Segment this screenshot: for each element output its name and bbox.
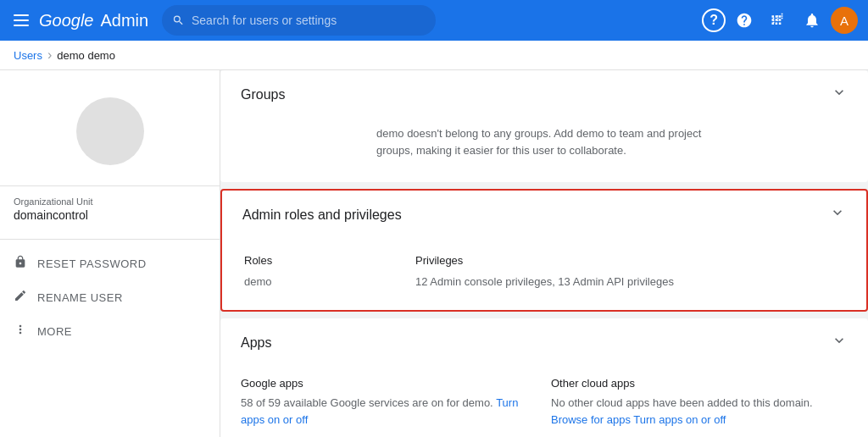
- google-apps-section: Google apps 58 of 59 available Google se…: [241, 377, 537, 428]
- groups-card-body: demo doesn't belong to any groups. Add d…: [220, 119, 868, 182]
- admin-roles-card-header[interactable]: Admin roles and privileges: [222, 191, 866, 239]
- apps-card-header[interactable]: Apps: [220, 318, 868, 367]
- admin-roles-chevron-icon: [829, 204, 846, 225]
- apps-card-title: Apps: [241, 335, 271, 351]
- groups-card-header[interactable]: Groups: [220, 70, 868, 119]
- header-icons: ? A: [702, 5, 858, 36]
- groups-body-text: demo doesn't belong to any groups. Add d…: [376, 125, 715, 165]
- content-area: Groups demo doesn't belong to any groups…: [220, 70, 868, 437]
- other-cloud-title: Other cloud apps: [551, 377, 848, 390]
- admin-roles-card-body: Roles Privileges demo 12 Admin console p…: [222, 239, 866, 310]
- help-icon[interactable]: [729, 5, 760, 36]
- roles-table: Roles Privileges demo 12 Admin console p…: [242, 246, 846, 293]
- groups-chevron-icon: [831, 84, 848, 105]
- google-apps-text: 58 of 59 available Google services are o…: [241, 395, 537, 428]
- more-icon: [14, 323, 27, 340]
- browse-apps-link[interactable]: Browse for apps: [551, 413, 631, 426]
- search-icon: [172, 14, 185, 27]
- other-cloud-apps-link[interactable]: Turn apps on or off: [633, 413, 726, 426]
- org-unit-label: Organizational Unit: [14, 196, 206, 207]
- groups-card: Groups demo doesn't belong to any groups…: [220, 70, 868, 182]
- apps-card-body: Google apps 58 of 59 available Google se…: [220, 367, 868, 437]
- org-unit-value: domaincontrol: [14, 208, 206, 222]
- breadcrumb-current: demo demo: [57, 49, 115, 62]
- reset-password-label: RESET PASSWORD: [37, 257, 147, 270]
- circle-question-icon[interactable]: ?: [702, 8, 726, 32]
- svg-rect-0: [14, 14, 29, 16]
- roles-header: Roles: [244, 247, 414, 270]
- google-apps-title: Google apps: [241, 377, 537, 390]
- breadcrumb: Users › demo demo: [0, 41, 868, 70]
- search-input[interactable]: [192, 14, 426, 27]
- admin-roles-card-title: Admin roles and privileges: [242, 207, 402, 223]
- more-action[interactable]: MORE: [0, 314, 220, 348]
- admin-roles-card: Admin roles and privileges Roles Privile…: [220, 189, 868, 312]
- logo-google-text: Google: [39, 11, 94, 30]
- avatar[interactable]: A: [831, 7, 858, 34]
- roles-value: demo: [244, 272, 414, 291]
- sidebar: Organizational Unit domaincontrol RESET …: [0, 70, 220, 437]
- sidebar-avatar-area: [0, 84, 220, 179]
- other-cloud-section: Other cloud apps No other cloud apps hav…: [551, 377, 848, 428]
- apps-card: Apps Google apps 58 of 59 available Goog…: [220, 318, 868, 437]
- main-layout: Organizational Unit domaincontrol RESET …: [0, 70, 868, 437]
- search-bar[interactable]: [162, 5, 435, 36]
- sidebar-actions: RESET PASSWORD RENAME USER MORE: [0, 239, 220, 355]
- app-header: Google Admin ? A: [0, 0, 868, 41]
- notifications-icon[interactable]: [797, 5, 827, 36]
- rename-user-action[interactable]: RENAME USER: [0, 280, 220, 314]
- app-logo: Google Admin: [39, 11, 148, 30]
- more-label: MORE: [37, 325, 72, 338]
- logo-admin-text: Admin: [101, 11, 149, 30]
- svg-rect-2: [14, 25, 29, 26]
- reset-password-icon: [14, 255, 27, 272]
- apps-icon[interactable]: [763, 5, 793, 36]
- privileges-header: Privileges: [415, 247, 844, 270]
- breadcrumb-separator: ›: [47, 47, 52, 63]
- rename-user-icon: [14, 289, 27, 306]
- breadcrumb-users-link[interactable]: Users: [14, 49, 42, 62]
- privileges-value: 12 Admin console privileges, 13 Admin AP…: [415, 272, 844, 291]
- menu-icon[interactable]: [10, 8, 32, 34]
- user-avatar: [76, 97, 144, 165]
- groups-card-title: Groups: [241, 87, 285, 102]
- svg-rect-1: [14, 19, 29, 21]
- reset-password-action[interactable]: RESET PASSWORD: [0, 246, 220, 280]
- org-unit-section: Organizational Unit domaincontrol: [0, 185, 220, 232]
- apps-grid: Google apps 58 of 59 available Google se…: [241, 373, 848, 431]
- other-cloud-text: No other cloud apps have been added to t…: [551, 395, 848, 428]
- rename-user-label: RENAME USER: [37, 291, 123, 304]
- apps-chevron-icon: [831, 332, 848, 353]
